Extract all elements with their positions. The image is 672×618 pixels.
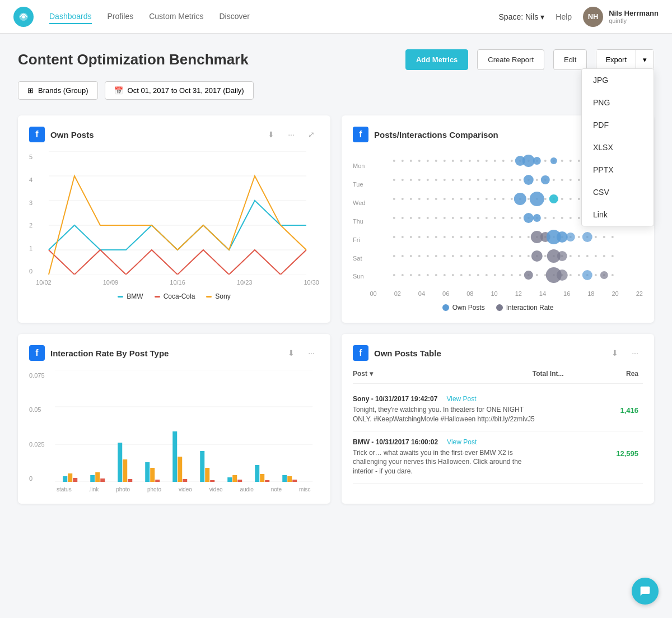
- avatar-initials: NH: [588, 12, 599, 21]
- svg-point-172: [418, 274, 421, 276]
- svg-point-65: [427, 198, 429, 200]
- export-xlsx[interactable]: XLSX: [582, 136, 654, 159]
- svg-point-169: [393, 274, 395, 276]
- card1-expand[interactable]: ⤢: [304, 127, 319, 142]
- svg-point-150: [460, 255, 463, 257]
- svg-point-140: [603, 236, 605, 238]
- y-label-4: 4: [29, 176, 32, 183]
- export-jpg[interactable]: JPG: [582, 69, 654, 91]
- svg-point-205: [524, 213, 534, 223]
- svg-point-94: [444, 217, 446, 219]
- x-06: 06: [442, 290, 449, 297]
- x-22: 22: [636, 290, 643, 297]
- svg-point-106: [544, 217, 547, 219]
- svg-point-35: [402, 179, 404, 181]
- svg-point-74: [502, 198, 505, 200]
- facebook-icon-card3: f: [29, 345, 45, 361]
- export-dropdown-toggle[interactable]: ▾: [636, 50, 654, 69]
- svg-point-67: [444, 198, 446, 200]
- col-rea: Rea: [568, 370, 643, 378]
- card3-dots[interactable]: ···: [304, 345, 319, 361]
- card3-download[interactable]: ⬇: [283, 345, 299, 361]
- create-report-button[interactable]: Create Report: [477, 49, 544, 70]
- own-posts-legend-dot: [442, 304, 449, 311]
- svg-point-165: [586, 255, 589, 257]
- svg-point-20: [502, 160, 505, 162]
- nav-profiles[interactable]: Profiles: [108, 10, 134, 24]
- cocacola-label: Coca-Cola: [164, 292, 195, 300]
- svg-rect-251: [292, 480, 297, 482]
- nav-dashboards[interactable]: Dashboards: [49, 10, 92, 24]
- export-pptx[interactable]: PPTX: [582, 159, 654, 181]
- y-label-2: 2: [29, 222, 32, 229]
- card4-download[interactable]: ⬇: [607, 345, 623, 361]
- user-name: Nils Herrmann: [609, 9, 659, 17]
- nav-custom-metrics[interactable]: Custom Metrics: [149, 10, 203, 24]
- svg-point-18: [486, 160, 488, 162]
- nav-discover[interactable]: Discover: [219, 10, 249, 24]
- row2-view-post[interactable]: View Post: [447, 438, 477, 446]
- navbar: Dashboards Profiles Custom Metrics Disco…: [0, 0, 672, 34]
- svg-point-193: [595, 274, 597, 276]
- interaction-rate-card: f Interaction Rate By Post Type ⬇ ··· 0.…: [18, 334, 330, 504]
- svg-point-124: [469, 236, 471, 238]
- y-label-3: 3: [29, 199, 32, 206]
- svg-point-70: [469, 198, 471, 200]
- card4-dots[interactable]: ···: [627, 345, 643, 361]
- svg-point-46: [494, 179, 496, 181]
- row2-top: BMW - 10/31/2017 16:00:02 View Post: [353, 438, 643, 446]
- svg-point-92: [427, 217, 429, 219]
- cards-grid: f Own Posts ⬇ ··· ⤢ 5 4 3 2 1 0: [18, 115, 654, 504]
- svg-point-54: [561, 179, 563, 181]
- svg-rect-250: [287, 476, 292, 482]
- card1-legend: BMW Coca-Cola Sony: [29, 292, 319, 300]
- svg-rect-247: [260, 474, 264, 482]
- svg-point-49: [519, 179, 521, 181]
- x-08: 08: [466, 290, 473, 297]
- svg-point-129: [511, 236, 513, 238]
- help-link[interactable]: Help: [556, 12, 572, 21]
- date-filter[interactable]: 📅 Oct 01, 2017 to Oct 31, 2017 (Daily): [105, 81, 254, 100]
- svg-point-167: [603, 255, 605, 257]
- svg-point-82: [570, 198, 572, 200]
- svg-point-142: [393, 255, 395, 257]
- y-0025: 0.025: [29, 441, 45, 448]
- svg-rect-244: [232, 475, 237, 482]
- svg-point-0: [22, 15, 25, 18]
- svg-rect-234: [145, 462, 150, 482]
- svg-point-72: [486, 198, 488, 200]
- export-pdf[interactable]: PDF: [582, 114, 654, 136]
- svg-rect-235: [150, 468, 155, 482]
- svg-point-158: [528, 255, 530, 257]
- svg-point-143: [402, 255, 404, 257]
- logo[interactable]: [13, 7, 34, 27]
- group-icon: ⊞: [27, 86, 34, 95]
- y-0: 0: [29, 475, 45, 482]
- row1-view-post[interactable]: View Post: [446, 395, 476, 403]
- svg-point-128: [502, 236, 505, 238]
- svg-point-137: [578, 236, 580, 238]
- card3-title: Interaction Rate By Post Type: [50, 349, 278, 358]
- edit-button[interactable]: Edit: [553, 49, 587, 70]
- y-sat: Sat: [353, 255, 365, 262]
- svg-point-199: [550, 157, 557, 164]
- space-selector[interactable]: Space: Nils ▾: [499, 12, 545, 21]
- svg-point-102: [511, 217, 513, 219]
- card1-download[interactable]: ⬇: [263, 127, 279, 142]
- svg-point-198: [533, 157, 541, 165]
- card1-dots[interactable]: ···: [283, 127, 299, 142]
- y-tue: Tue: [353, 181, 365, 188]
- export-png[interactable]: PNG: [582, 91, 654, 114]
- legend-sony: Sony: [206, 292, 230, 300]
- export-link[interactable]: Link: [582, 203, 654, 226]
- svg-rect-242: [210, 480, 214, 482]
- date-filter-label: Oct 01, 2017 to Oct 31, 2017 (Daily): [128, 86, 244, 95]
- svg-point-37: [418, 179, 421, 181]
- export-csv[interactable]: CSV: [582, 181, 654, 203]
- add-metrics-button[interactable]: Add Metrics: [405, 49, 468, 70]
- export-button[interactable]: Export: [596, 50, 636, 69]
- brands-filter[interactable]: ⊞ Brands (Group): [18, 81, 98, 100]
- svg-point-147: [435, 255, 437, 257]
- sort-icon[interactable]: ▾: [370, 370, 373, 378]
- x-status: status: [57, 486, 72, 492]
